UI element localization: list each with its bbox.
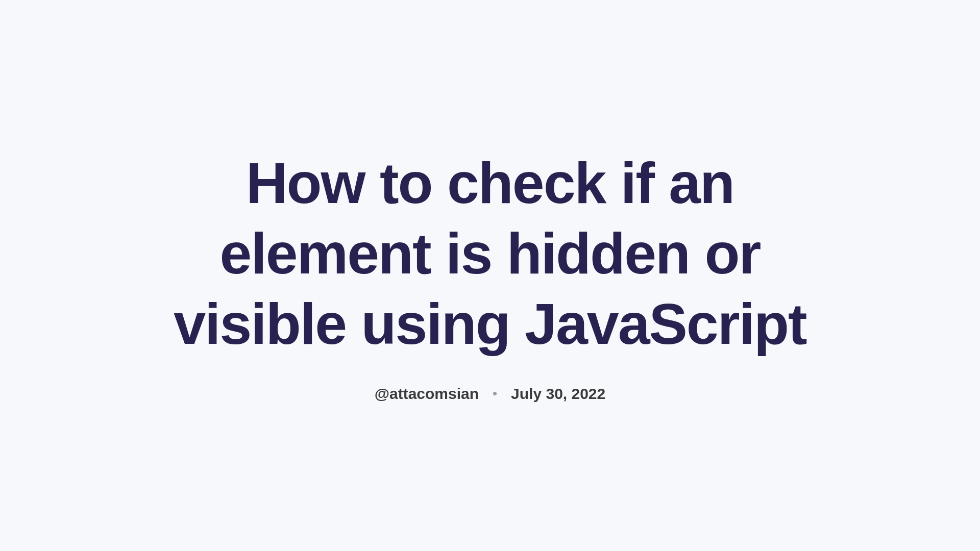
publish-date: July 30, 2022 — [511, 385, 605, 403]
article-meta: @attacomsian July 30, 2022 — [153, 385, 827, 403]
article-header: How to check if an element is hidden or … — [133, 148, 847, 403]
author-handle[interactable]: @attacomsian — [375, 385, 479, 403]
article-title: How to check if an element is hidden or … — [153, 148, 827, 360]
bullet-separator-icon — [493, 392, 497, 395]
